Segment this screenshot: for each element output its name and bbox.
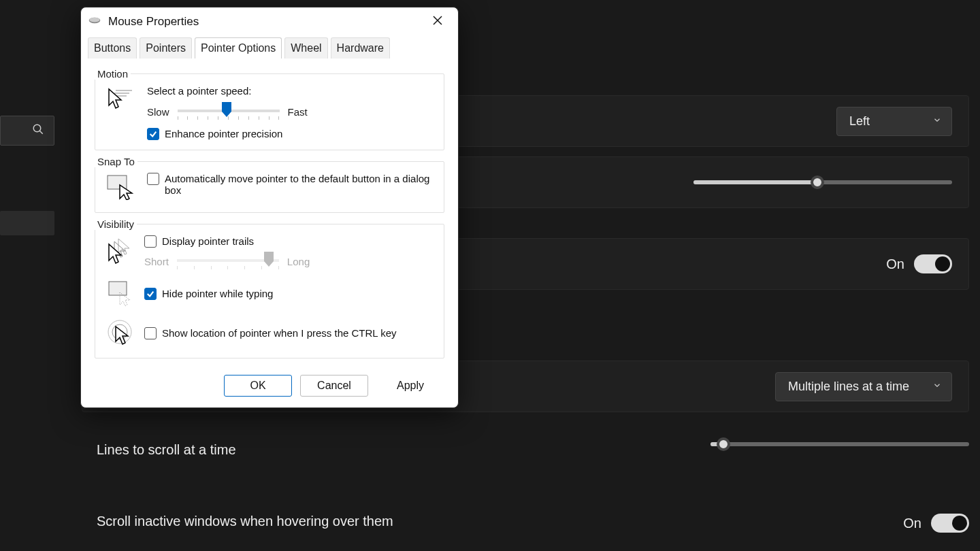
svg-marker-11 [264, 252, 274, 267]
tab-pointers[interactable]: Pointers [140, 37, 192, 59]
tab-wheel[interactable]: Wheel [284, 37, 327, 59]
enhance-precision-label: Enhance pointer precision [165, 128, 282, 139]
tab-pointer-options[interactable]: Pointer Options [195, 37, 282, 59]
pointer-speed-icon [106, 103, 133, 114]
apply-button[interactable]: Apply [376, 375, 444, 397]
dropdown-value: Left [849, 114, 870, 128]
pointer-trails-slider [177, 253, 279, 269]
locate-pointer-label: Show location of pointer when I press th… [162, 327, 397, 339]
svg-line-1 [39, 131, 43, 134]
scroll-inactive-toggle[interactable] [931, 514, 969, 533]
snap-to-label: Automatically move pointer to the defaul… [165, 173, 433, 196]
locate-pointer-checkbox[interactable] [144, 327, 157, 339]
svg-point-3 [90, 18, 100, 22]
search-icon [32, 123, 44, 138]
pointer-trails-label: Display pointer trails [162, 235, 254, 247]
scroll-mode-dropdown[interactable]: Multiple lines at a time [775, 372, 952, 401]
sidebar-selected-item[interactable] [0, 211, 54, 235]
mouse-icon [88, 16, 101, 28]
pointer-trails-icon [106, 255, 133, 267]
svg-point-0 [33, 124, 41, 132]
close-button[interactable] [424, 12, 451, 32]
settings-search-input[interactable] [0, 116, 54, 146]
lines-to-scroll-slider[interactable] [710, 442, 969, 446]
snapto-group-label: Snap To [95, 156, 137, 167]
hide-pointer-checkbox[interactable] [144, 288, 157, 300]
long-label: Long [287, 256, 310, 267]
svg-marker-9 [222, 102, 231, 117]
tab-hardware[interactable]: Hardware [331, 37, 390, 59]
mouse-properties-dialog: Mouse Properties Buttons Pointers Pointe… [80, 7, 459, 408]
close-icon [432, 15, 443, 29]
dialog-title: Mouse Properties [108, 15, 417, 29]
dropdown-value: Multiple lines at a time [788, 380, 909, 393]
tab-buttons[interactable]: Buttons [88, 37, 137, 59]
fast-label: Fast [288, 106, 308, 118]
scroll-inactive-label: Scroll inactive windows when hovering ov… [97, 514, 393, 529]
lines-to-scroll-label: Lines to scroll at a time [97, 442, 236, 458]
slow-label: Slow [147, 106, 169, 118]
cancel-button[interactable]: Cancel [300, 375, 368, 397]
svg-rect-12 [109, 282, 127, 295]
hide-pointer-label: Hide pointer while typing [162, 288, 273, 299]
motion-group-label: Motion [95, 68, 131, 80]
hide-pointer-icon [106, 297, 133, 308]
locate-pointer-icon [106, 336, 133, 348]
ok-button[interactable]: OK [224, 375, 292, 397]
pointer-speed-dialog-slider[interactable] [178, 103, 280, 120]
primary-button-dropdown[interactable]: Left [836, 107, 952, 136]
enhance-precision-checkbox[interactable] [147, 128, 159, 140]
toggle-state-label: On [886, 256, 904, 272]
toggle-state-label: On [903, 516, 921, 531]
chevron-down-icon [932, 380, 942, 394]
pointer-trails-checkbox[interactable] [144, 235, 157, 248]
snap-to-checkbox[interactable] [147, 173, 159, 185]
enhance-precision-toggle[interactable] [914, 254, 952, 273]
visibility-group-label: Visibility [95, 218, 137, 230]
pointer-speed-slider[interactable] [693, 180, 952, 184]
pointer-speed-label: Select a pointer speed: [147, 85, 433, 97]
chevron-down-icon [932, 114, 942, 129]
snap-to-icon [106, 190, 133, 202]
short-label: Short [144, 256, 169, 267]
